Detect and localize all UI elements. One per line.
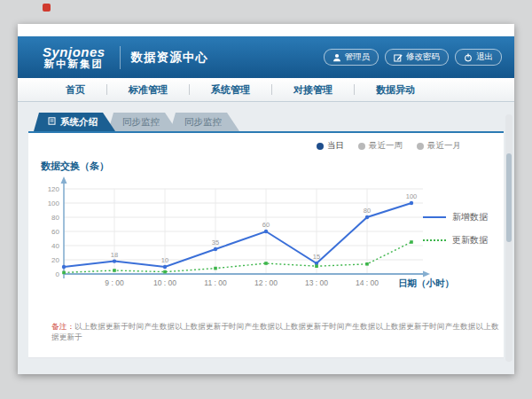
page-title: 数据资源中心 bbox=[131, 50, 208, 66]
radio-label: 当日 bbox=[327, 140, 344, 152]
change-password-label: 修改密码 bbox=[406, 51, 440, 63]
scrollbar-thumb[interactable] bbox=[506, 153, 512, 242]
window-top-strip bbox=[18, 24, 514, 36]
nav-item-system-mgmt[interactable]: 系统管理 bbox=[190, 83, 271, 97]
legend-label: 更新数据 bbox=[452, 234, 488, 246]
tab-sync-monitor-2[interactable]: 同步监控 bbox=[170, 113, 239, 131]
legend-item-updated-data: 更新数据 bbox=[423, 234, 488, 246]
radio-dot bbox=[417, 143, 424, 150]
footnote-text: 以上数据更新于时间产生数据以上数据更新于时间产生数据以上数据更新于时间产生数据以… bbox=[51, 322, 499, 341]
tab-system-intro[interactable]: 系统介绍 bbox=[34, 113, 115, 131]
edit-icon bbox=[394, 53, 403, 62]
radio-today[interactable]: 当日 bbox=[317, 140, 344, 152]
brand-name-cn: 新中新集团 bbox=[43, 59, 106, 69]
svg-text:10 : 00: 10 : 00 bbox=[153, 278, 176, 287]
user-icon bbox=[332, 53, 341, 62]
app-header: Synjones 新中新集团 数据资源中心 管理员 修改密码 bbox=[18, 36, 514, 78]
legend-label: 新增数据 bbox=[452, 211, 488, 223]
radio-label: 最近一周 bbox=[369, 140, 403, 152]
svg-text:15: 15 bbox=[313, 253, 320, 261]
svg-text:0: 0 bbox=[56, 270, 60, 278]
svg-text:80: 80 bbox=[364, 207, 371, 215]
dotted-line-sample bbox=[423, 239, 446, 241]
y-axis-title: 数据交换（条） bbox=[41, 160, 504, 173]
time-range-options: 当日 最近一周 最近一月 bbox=[317, 140, 461, 152]
svg-text:14 : 00: 14 : 00 bbox=[356, 278, 379, 287]
brand-name-en: Synjones bbox=[43, 45, 106, 59]
radio-last-month[interactable]: 最近一月 bbox=[417, 140, 461, 152]
radio-dot bbox=[358, 143, 365, 150]
svg-text:60: 60 bbox=[51, 228, 59, 236]
scrollbar[interactable] bbox=[505, 114, 512, 362]
synjones-logo-dot bbox=[43, 4, 51, 12]
tab-label: 同步监控 bbox=[184, 113, 222, 131]
footnote: 备注：以上数据更新于时间产生数据以上数据更新于时间产生数据以上数据更新于时间产生… bbox=[51, 322, 504, 343]
svg-text:12 : 00: 12 : 00 bbox=[254, 278, 278, 287]
change-password-button[interactable]: 修改密码 bbox=[385, 49, 449, 66]
svg-text:100: 100 bbox=[48, 200, 60, 207]
svg-text:20: 20 bbox=[51, 256, 59, 264]
nav-item-interface-mgmt[interactable]: 对接管理 bbox=[272, 83, 354, 97]
tab-sync-monitor-1[interactable]: 同步监控 bbox=[108, 113, 177, 131]
chart-legend: 新增数据 更新数据 bbox=[423, 211, 488, 246]
svg-text:100: 100 bbox=[406, 192, 418, 200]
power-icon bbox=[464, 53, 473, 62]
app-window: Synjones 新中新集团 数据资源中心 管理员 修改密码 bbox=[18, 24, 514, 374]
svg-text:120: 120 bbox=[48, 185, 60, 193]
logout-label: 退出 bbox=[476, 51, 493, 63]
brand-logo: Synjones 新中新集团 bbox=[43, 45, 106, 70]
document-icon bbox=[48, 113, 56, 131]
logout-button[interactable]: 退出 bbox=[455, 49, 502, 66]
svg-text:60: 60 bbox=[262, 221, 270, 229]
svg-text:13 : 00: 13 : 00 bbox=[305, 278, 328, 287]
nav-item-standard-mgmt[interactable]: 标准管理 bbox=[107, 83, 189, 97]
tab-label: 系统介绍 bbox=[60, 113, 98, 131]
main-nav: 首页 标准管理 系统管理 对接管理 数据异动 bbox=[18, 78, 514, 102]
svg-text:日期（小时）: 日期（小时） bbox=[398, 278, 454, 289]
radio-last-week[interactable]: 最近一周 bbox=[358, 140, 403, 152]
svg-text:40: 40 bbox=[51, 242, 59, 250]
svg-text:10: 10 bbox=[161, 256, 168, 264]
desktop-background: Synjones 新中新集团 数据资源中心 管理员 修改密码 bbox=[0, 0, 532, 399]
legend-item-new-data: 新增数据 bbox=[423, 211, 488, 223]
svg-text:80: 80 bbox=[51, 214, 59, 222]
header-divider bbox=[120, 46, 121, 69]
tab-label: 同步监控 bbox=[122, 113, 160, 131]
solid-line-sample bbox=[423, 216, 446, 218]
nav-item-data-change[interactable]: 数据异动 bbox=[355, 83, 436, 97]
svg-text:35: 35 bbox=[212, 239, 219, 246]
chart-panel: 当日 最近一周 最近一月 数据交换（条） 0204060801001209 : … bbox=[28, 131, 504, 358]
svg-text:9 : 00: 9 : 00 bbox=[105, 278, 124, 287]
footnote-prefix: 备注： bbox=[51, 322, 74, 331]
nav-item-home[interactable]: 首页 bbox=[44, 83, 106, 97]
svg-text:11 : 00: 11 : 00 bbox=[204, 278, 227, 287]
admin-user-button[interactable]: 管理员 bbox=[324, 49, 379, 66]
svg-text:18: 18 bbox=[111, 251, 118, 259]
radio-label: 最近一月 bbox=[427, 140, 461, 152]
content-area: 系统介绍 同步监控 同步监控 当日 最近一周 bbox=[18, 102, 514, 374]
admin-user-label: 管理员 bbox=[345, 51, 371, 63]
tab-bar: 系统介绍 同步监控 同步监控 bbox=[34, 113, 504, 131]
radio-dot bbox=[317, 143, 324, 150]
header-actions: 管理员 修改密码 退出 bbox=[324, 49, 503, 66]
